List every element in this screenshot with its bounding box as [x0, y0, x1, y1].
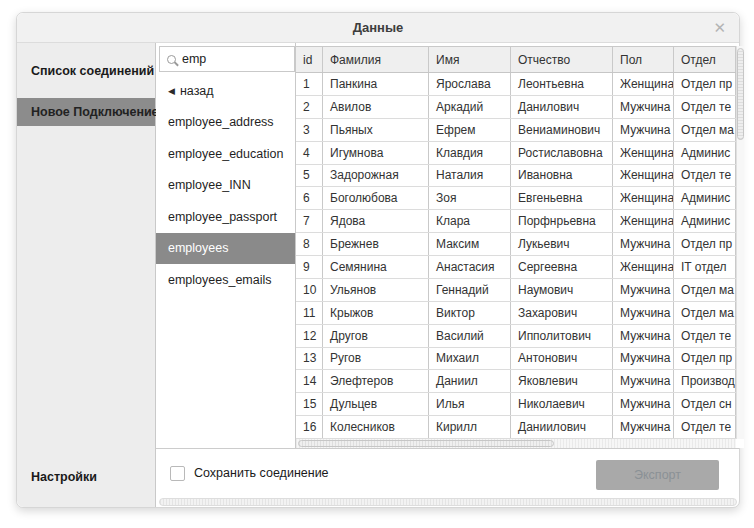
table-cell: Отдел ма: [674, 279, 736, 301]
save-connection-checkbox[interactable]: [170, 466, 185, 481]
table-cell: Отдел ма: [674, 119, 736, 141]
table-row[interactable]: 4ИгумноваКлавдияРостиславовнаЖенщинаАдми…: [296, 142, 736, 165]
sidebar-item[interactable]: Новое Подключение: [17, 98, 155, 126]
table-row[interactable]: 11КрыжовВикторЗахаровичМужчинаОтдел ма: [296, 302, 736, 325]
table-row[interactable]: 9СемянинаАнастасияСергеевнаЖенщинаIT отд…: [296, 256, 736, 279]
table-cell: Даниил: [429, 370, 511, 392]
vertical-scroll-thumb[interactable]: [737, 48, 744, 140]
search-icon: [167, 55, 176, 64]
table-cell: Ефрем: [429, 119, 511, 141]
table-cell: 16: [296, 416, 323, 438]
table-list-item[interactable]: employee_address: [156, 107, 295, 139]
table-cell: Задорожная: [323, 165, 429, 187]
column-header[interactable]: Пол: [613, 47, 674, 72]
table-cell: Админис: [674, 142, 736, 164]
table-cell: Колесников: [323, 416, 429, 438]
table-cell: Мужчина: [613, 119, 674, 141]
table-row[interactable]: 5ЗадорожнаяНаталияИвановнаЖенщинаОтдел т…: [296, 165, 736, 188]
table-cell: Наумович: [511, 279, 613, 301]
table-list-item[interactable]: employees_emails: [156, 264, 295, 296]
table-row[interactable]: 16КолесниковКириллДанииловичМужчинаОтдел…: [296, 416, 736, 439]
table-vertical-scrollbar[interactable]: [736, 46, 744, 439]
table-horizontal-scrollbar[interactable]: [296, 439, 736, 448]
table-cell: Василий: [429, 325, 511, 347]
table-cell: Леонтьевна: [511, 73, 613, 95]
table-cell: Отдел пр: [674, 73, 736, 95]
table-list-item[interactable]: employee_INN: [156, 170, 295, 202]
table-row[interactable]: 8БрежневМаксимЛукьевичМужчинаОтдел пр: [296, 233, 736, 256]
table-cell: 4: [296, 142, 323, 164]
table-cell: Элефтеров: [323, 370, 429, 392]
table-cell: Брежнев: [323, 233, 429, 255]
table-cell: Ипполитович: [511, 325, 613, 347]
table-cell: Николаевич: [511, 393, 613, 415]
table-row[interactable]: 10УльяновГеннадийНаумовичМужчинаОтдел ма: [296, 279, 736, 302]
table-cell: 5: [296, 165, 323, 187]
table-cell: 6: [296, 187, 323, 209]
sidebar: Список соединенийНовое Подключение Настр…: [17, 43, 156, 507]
sidebar-item[interactable]: Список соединений: [17, 57, 155, 85]
table-row[interactable]: 7ЯдоваКлараПорфнрьевнаЖенщинаАдминис: [296, 210, 736, 233]
export-button[interactable]: Экспорт: [596, 460, 719, 490]
table-row[interactable]: 13РуговМихаилАнтоновичМужчинаОтдел пр: [296, 348, 736, 371]
search-box[interactable]: [159, 46, 295, 72]
table-header: idФамилияИмяОтчествоПолОтдел: [296, 47, 736, 73]
back-label: назад: [180, 84, 214, 98]
table-cell: Отдел те: [674, 165, 736, 187]
table-cell: Наталия: [429, 165, 511, 187]
table-list-item[interactable]: employees: [156, 233, 295, 265]
column-header[interactable]: Фамилия: [323, 47, 429, 72]
table-cell: Боголюбова: [323, 187, 429, 209]
table-row[interactable]: 2АвиловАркадийДаниловичМужчинаОтдел те: [296, 96, 736, 119]
table-cell: Виктор: [429, 302, 511, 324]
table-cell: Мужчина: [613, 416, 674, 438]
panel-horizontal-scrollbar[interactable]: [159, 498, 737, 506]
table-cell: Сергеевна: [511, 256, 613, 278]
table-cell: Отдел те: [674, 325, 736, 347]
table-list-item[interactable]: employee_passport: [156, 201, 295, 233]
dialog-footer: Сохранить соединение Экспорт: [156, 448, 739, 498]
table-cell: 10: [296, 279, 323, 301]
table-cell: Игумнова: [323, 142, 429, 164]
table-cell: Отдел ма: [674, 302, 736, 324]
column-header[interactable]: id: [296, 47, 323, 72]
column-header[interactable]: Имя: [429, 47, 511, 72]
table-row[interactable]: 6БоголюбоваЗояЕвгеньевнаЖенщинаАдминис: [296, 187, 736, 210]
table-row[interactable]: 12ДруговВасилийИпполитовичМужчинаОтдел т…: [296, 325, 736, 348]
table-cell: Захарович: [511, 302, 613, 324]
table-cell: Женщина: [613, 256, 674, 278]
table-row[interactable]: 3ПьяныхЕфремВениаминовичМужчинаОтдел ма: [296, 119, 736, 142]
table-cell: Отдел сн: [674, 393, 736, 415]
close-icon[interactable]: ✕: [713, 19, 726, 37]
table-cell: Мужчина: [613, 279, 674, 301]
table-cell: Панкина: [323, 73, 429, 95]
table-cell: Женщина: [613, 210, 674, 232]
table-cell: Производ: [674, 370, 736, 392]
back-arrow-icon: ◀: [168, 86, 175, 96]
table-cell: Админис: [674, 187, 736, 209]
table-cell: Ярослава: [429, 73, 511, 95]
table-row[interactable]: 14ЭлефтеровДаниилЯковлевичМужчинаПроизво…: [296, 370, 736, 393]
table-cell: 9: [296, 256, 323, 278]
table-row[interactable]: 15ДульцевИльяНиколаевичМужчинаОтдел сн: [296, 393, 736, 416]
table-cell: Мужчина: [613, 348, 674, 370]
table-cell: Геннадий: [429, 279, 511, 301]
table-list-item[interactable]: employee_education: [156, 138, 295, 170]
search-input[interactable]: [182, 52, 287, 66]
table-cell: Кирилл: [429, 416, 511, 438]
column-header[interactable]: Отдел: [674, 47, 736, 72]
column-header[interactable]: Отчество: [511, 47, 613, 72]
sidebar-item-settings[interactable]: Настройки: [17, 463, 155, 491]
table-cell: Отдел пр: [674, 233, 736, 255]
back-button[interactable]: ◀ назад: [156, 75, 295, 107]
table-cell: Вениаминович: [511, 119, 613, 141]
table-cell: Отдел те: [674, 96, 736, 118]
table-cell: 14: [296, 370, 323, 392]
table-cell: Евгеньевна: [511, 187, 613, 209]
table-cell: Женщина: [613, 142, 674, 164]
table-cell: Порфнрьевна: [511, 210, 613, 232]
table-row[interactable]: 1ПанкинаЯрославаЛеонтьевнаЖенщинаОтдел п…: [296, 73, 736, 96]
table-cell: Ульянов: [323, 279, 429, 301]
table-cell: Максим: [429, 233, 511, 255]
horizontal-scroll-thumb[interactable]: [298, 440, 554, 447]
